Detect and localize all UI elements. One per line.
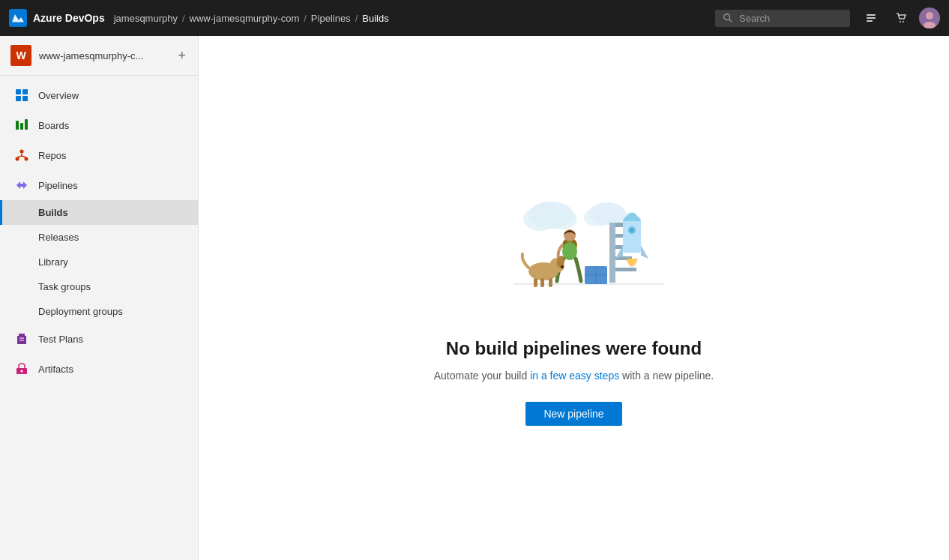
svg-rect-32 xyxy=(609,223,615,283)
empty-title: No build pipelines were found xyxy=(446,338,702,359)
basket-icon[interactable] xyxy=(889,6,913,30)
layout: W www-jamesqmurphy-c... + Overview xyxy=(0,36,949,560)
sidebar-item-builds-label: Builds xyxy=(38,207,68,218)
sidebar-item-library-label: Library xyxy=(38,256,68,268)
svg-rect-16 xyxy=(20,123,23,130)
svg-point-19 xyxy=(16,157,19,161)
sidebar-item-deployment-groups-label: Deployment groups xyxy=(38,306,123,317)
search-box[interactable] xyxy=(715,10,850,27)
sidebar-item-overview-label: Overview xyxy=(38,90,79,101)
svg-rect-13 xyxy=(16,96,21,101)
sidebar-item-test-plans[interactable]: Test Plans xyxy=(0,324,198,354)
sidebar-item-artifacts[interactable]: Artifacts xyxy=(0,354,198,384)
sidebar-item-library[interactable]: Library xyxy=(0,250,198,274)
svg-line-23 xyxy=(22,156,26,157)
org-badge: W xyxy=(10,45,31,66)
notifications-icon[interactable] xyxy=(859,6,883,30)
svg-rect-15 xyxy=(16,121,19,130)
sidebar-header: W www-jamesqmurphy-c... + xyxy=(0,36,198,76)
svg-point-18 xyxy=(20,150,24,154)
app-name: Azure DevOps xyxy=(33,12,105,24)
sidebar-item-releases[interactable]: Releases xyxy=(0,225,198,250)
sidebar-item-task-groups-label: Task groups xyxy=(38,281,91,292)
svg-point-20 xyxy=(25,157,28,161)
sidebar-item-pipelines[interactable]: Pipelines xyxy=(0,170,198,200)
sidebar-item-boards[interactable]: Boards xyxy=(0,110,198,140)
search-input[interactable] xyxy=(739,13,829,24)
empty-desc-link[interactable]: in a few easy steps xyxy=(530,370,619,382)
svg-point-7 xyxy=(903,21,904,22)
sidebar-item-test-plans-label: Test Plans xyxy=(38,334,83,345)
sidebar-item-releases-label: Releases xyxy=(38,232,79,243)
svg-rect-55 xyxy=(549,278,552,287)
topbar-icons xyxy=(859,6,940,30)
sidebar-item-deployment-groups[interactable]: Deployment groups xyxy=(0,299,198,324)
main-content: No build pipelines were found Automate y… xyxy=(199,36,949,560)
artifacts-icon xyxy=(14,361,29,376)
breadcrumb-org[interactable]: jamesqmurphy xyxy=(114,13,178,24)
svg-rect-54 xyxy=(540,278,544,287)
app-logo[interactable]: Azure DevOps xyxy=(9,9,105,27)
svg-rect-3 xyxy=(867,14,876,16)
user-avatar[interactable] xyxy=(919,7,940,28)
svg-point-28 xyxy=(547,208,577,229)
sidebar-item-task-groups[interactable]: Task groups xyxy=(0,274,198,299)
svg-point-6 xyxy=(900,21,901,22)
svg-rect-17 xyxy=(25,119,28,130)
svg-point-9 xyxy=(926,12,933,19)
breadcrumb: jamesqmurphy / www-jamesqmurphy-com / Pi… xyxy=(114,13,706,24)
sidebar-item-repos[interactable]: Repos xyxy=(0,140,198,170)
svg-rect-4 xyxy=(867,17,876,19)
svg-rect-14 xyxy=(22,96,28,101)
svg-line-22 xyxy=(17,156,22,157)
topbar: Azure DevOps jamesqmurphy / www-jamesqmu… xyxy=(0,0,949,36)
org-name: www-jamesqmurphy-c... xyxy=(39,50,169,61)
pipelines-icon xyxy=(14,178,29,193)
sidebar-item-repos-label: Repos xyxy=(38,150,67,161)
svg-rect-12 xyxy=(22,89,28,94)
sidebar: W www-jamesqmurphy-c... + Overview xyxy=(0,36,199,560)
svg-point-25 xyxy=(21,370,23,373)
repos-icon xyxy=(14,148,29,163)
breadcrumb-project[interactable]: www-jamesqmurphy-com xyxy=(190,13,300,24)
sidebar-item-pipelines-label: Pipelines xyxy=(38,180,78,191)
svg-point-41 xyxy=(630,228,634,232)
svg-line-2 xyxy=(729,19,732,22)
svg-rect-5 xyxy=(867,20,873,22)
overview-icon xyxy=(14,88,29,103)
pipeline-empty-svg xyxy=(469,170,678,320)
svg-point-1 xyxy=(724,14,730,20)
search-icon xyxy=(723,13,733,23)
sidebar-item-artifacts-label: Artifacts xyxy=(38,364,73,375)
empty-desc-post: with a new pipeline. xyxy=(619,370,714,382)
new-pipeline-button[interactable]: New pipeline xyxy=(525,402,621,426)
breadcrumb-sep-1: / xyxy=(182,13,185,24)
sidebar-nav: Overview Boards xyxy=(0,76,198,388)
svg-rect-53 xyxy=(534,278,537,287)
breadcrumb-sep-2: / xyxy=(304,13,307,24)
sidebar-item-overview[interactable]: Overview xyxy=(0,80,198,110)
svg-rect-39 xyxy=(623,221,641,253)
empty-state: No build pipelines were found Automate y… xyxy=(434,170,714,426)
boards-icon xyxy=(14,118,29,133)
empty-desc-pre: Automate your build xyxy=(434,370,530,382)
test-plans-icon xyxy=(14,331,29,346)
azure-devops-icon xyxy=(9,9,27,27)
sidebar-item-boards-label: Boards xyxy=(38,120,69,131)
svg-rect-0 xyxy=(9,9,27,27)
sidebar-item-builds[interactable]: Builds xyxy=(0,200,198,225)
svg-point-52 xyxy=(561,265,564,268)
svg-rect-11 xyxy=(16,89,21,94)
breadcrumb-current: Builds xyxy=(362,13,388,24)
empty-description: Automate your build in a few easy steps … xyxy=(434,368,714,384)
svg-rect-37 xyxy=(615,268,636,271)
breadcrumb-pipelines[interactable]: Pipelines xyxy=(311,13,351,24)
add-project-button[interactable]: + xyxy=(176,46,187,65)
breadcrumb-sep-3: / xyxy=(355,13,358,24)
empty-illustration xyxy=(469,170,678,320)
